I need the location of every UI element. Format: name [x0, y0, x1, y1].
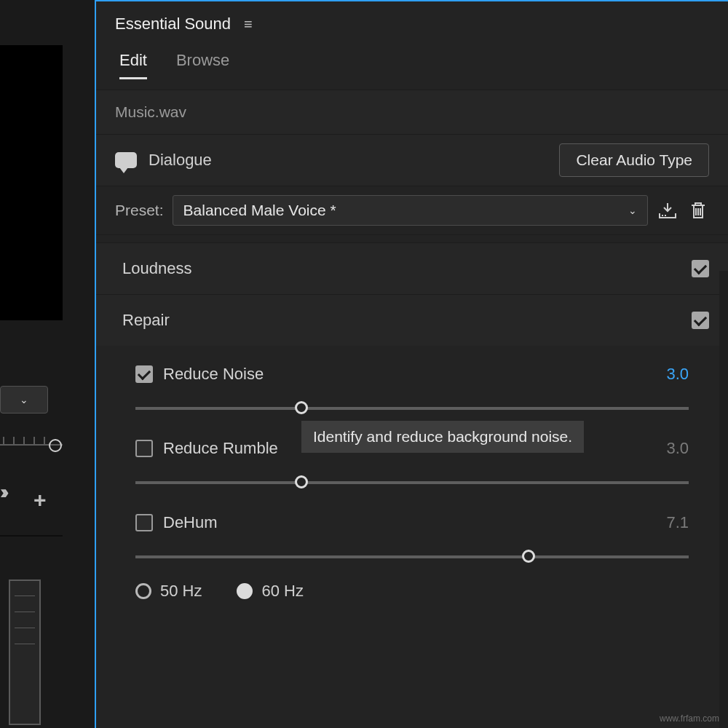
- param-reduce-noise: Reduce Noise 3.0: [135, 352, 689, 426]
- fader-tick: [15, 644, 35, 644]
- divider: [0, 535, 63, 537]
- ruler-tick: [3, 437, 4, 446]
- watermark: www.frfam.com: [660, 713, 719, 724]
- radio-icon: [237, 583, 253, 599]
- audio-type-row: Dialogue Clear Audio Type: [96, 135, 728, 186]
- ruler-tick: [33, 437, 35, 446]
- preview-monitor: [0, 45, 63, 320]
- slider-thumb[interactable]: [295, 475, 308, 488]
- chevron-double-right-icon[interactable]: ››: [0, 480, 5, 504]
- reduce-rumble-checkbox[interactable]: [135, 440, 153, 457]
- section-title: Loudness: [122, 259, 191, 278]
- radio-label: 50 Hz: [160, 582, 202, 601]
- repair-checkbox[interactable]: [692, 312, 709, 329]
- essential-sound-panel: Essential Sound ≡ Edit Browse Music.wav …: [95, 0, 728, 728]
- loudness-checkbox[interactable]: [692, 260, 709, 277]
- chevron-down-icon: ⌄: [628, 205, 637, 216]
- reduce-noise-checkbox[interactable]: [135, 365, 153, 383]
- dehum-checkbox[interactable]: [135, 514, 153, 531]
- left-dropdown[interactable]: ⌄: [0, 386, 48, 414]
- fader-tick: [15, 612, 35, 612]
- reduce-rumble-slider[interactable]: [135, 468, 689, 497]
- tabs: Edit Browse: [96, 51, 728, 79]
- slider-track: [135, 407, 689, 410]
- fader[interactable]: [9, 579, 41, 725]
- tab-browse[interactable]: Browse: [176, 51, 229, 79]
- dialogue-icon: [115, 152, 137, 168]
- panel-header: Essential Sound ≡: [96, 1, 728, 51]
- scrollbar[interactable]: [719, 271, 728, 728]
- dehum-label: DeHum: [163, 513, 218, 532]
- add-icon[interactable]: +: [33, 488, 47, 513]
- radio-icon: [135, 583, 151, 599]
- fader-tick: [15, 628, 35, 628]
- preset-label: Preset:: [115, 202, 164, 219]
- chevron-down-icon: ⌄: [20, 394, 28, 405]
- reduce-rumble-label: Reduce Rumble: [163, 439, 278, 458]
- left-toolbar: ⌄ ›› +: [0, 386, 63, 728]
- param-reduce-rumble: Reduce Rumble 3.0 Identify and reduce ba…: [135, 426, 689, 500]
- preset-dropdown[interactable]: Balanced Male Voice * ⌄: [173, 195, 648, 226]
- hamburger-icon[interactable]: ≡: [244, 16, 253, 33]
- reduce-noise-value[interactable]: 3.0: [666, 365, 689, 384]
- section-title: Repair: [122, 311, 170, 330]
- audio-type-label: Dialogue: [149, 151, 212, 170]
- section-repair[interactable]: Repair: [96, 294, 728, 346]
- fader-tick: [15, 596, 35, 596]
- reduce-noise-label: Reduce Noise: [163, 365, 264, 384]
- panel-title: Essential Sound: [115, 15, 231, 33]
- preset-row: Preset: Balanced Male Voice * ⌄: [96, 186, 728, 235]
- delete-preset-icon[interactable]: [687, 199, 709, 221]
- reduce-rumble-value[interactable]: 3.0: [666, 439, 689, 458]
- dehum-frequency-radios: 50 Hz 60 Hz: [135, 571, 689, 601]
- ruler-tick: [13, 437, 15, 446]
- reduce-noise-slider[interactable]: [135, 394, 689, 423]
- dehum-value[interactable]: 7.1: [666, 513, 689, 532]
- ruler-tick: [23, 437, 25, 446]
- radio-50hz[interactable]: 50 Hz: [135, 582, 202, 601]
- repair-body: Reduce Noise 3.0 Reduce Rumble 3.0: [96, 346, 728, 604]
- dehum-slider[interactable]: [135, 542, 689, 571]
- save-preset-icon[interactable]: [657, 199, 678, 221]
- radio-label: 60 Hz: [261, 582, 303, 601]
- tab-edit[interactable]: Edit: [119, 51, 147, 79]
- section-loudness[interactable]: Loudness: [96, 242, 728, 294]
- slider-track: [135, 481, 689, 484]
- file-name: Music.wav: [96, 90, 728, 135]
- slider-thumb[interactable]: [522, 550, 535, 563]
- ruler-tick: [44, 437, 45, 446]
- radio-60hz[interactable]: 60 Hz: [237, 582, 303, 601]
- param-dehum: DeHum 7.1 50 Hz 60 Hz: [135, 500, 689, 604]
- ruler-thumb[interactable]: [49, 439, 62, 452]
- slider-thumb[interactable]: [295, 401, 308, 414]
- preset-value: Balanced Male Voice *: [183, 202, 336, 219]
- ruler-slider[interactable]: [0, 431, 63, 456]
- slider-track: [135, 555, 689, 558]
- clear-audio-type-button[interactable]: Clear Audio Type: [559, 143, 709, 177]
